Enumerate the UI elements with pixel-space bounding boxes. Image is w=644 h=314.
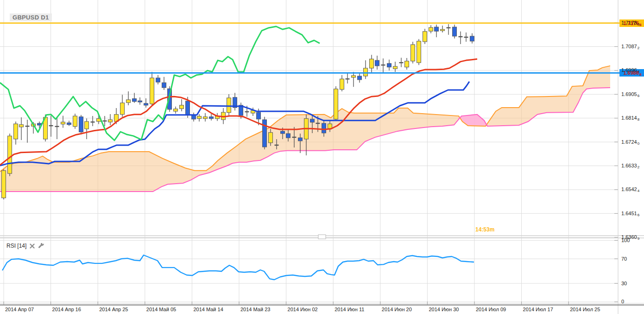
chart-canvas[interactable]	[0, 0, 644, 314]
rsi-tick-label: 100	[621, 237, 630, 244]
date-tick-label: 2014 Июл 09	[476, 307, 506, 312]
price-tick-label: 1.71780	[621, 20, 639, 26]
rsi-tick-label: 0	[621, 299, 624, 305]
date-tick-label: 2014 Июл 17	[523, 307, 553, 312]
date-tick-label: 2014 Апр 25	[99, 307, 128, 312]
wrench-icon[interactable]	[38, 243, 44, 249]
rsi-title: RSI [14]	[6, 243, 26, 249]
rsi-indicator-header: RSI [14]	[6, 243, 44, 249]
date-tick-label: 2014 Май 14	[193, 307, 223, 312]
price-tick-label: 1.68148	[621, 115, 639, 122]
rsi-tick-label: 30	[621, 281, 627, 287]
date-tick-label: 2014 Май 23	[240, 307, 270, 312]
date-tick-label: 2014 Апр 16	[52, 307, 81, 312]
price-tick-label: 1.65424	[621, 186, 639, 193]
chikou-span-line	[0, 26, 320, 141]
date-tick-label: 2014 Июн 20	[382, 307, 412, 312]
price-tick-label: 1.69056	[621, 91, 639, 98]
price-tick-label: 1.69964	[621, 67, 639, 74]
close-icon[interactable]	[30, 244, 35, 249]
date-tick-label: 2014 Июн 02	[288, 307, 318, 312]
symbol-timeframe-label: GBPUSD D1	[10, 13, 52, 21]
price-tick-label: 1.66332	[621, 163, 639, 169]
price-tick-label: 1.70872	[621, 44, 639, 50]
price-tick-label: 1.64516	[621, 211, 639, 217]
pane-splitter-handle[interactable]	[318, 235, 326, 239]
date-tick-label: 2014 Май 05	[146, 307, 176, 312]
bar-countdown-label: 14:53m	[475, 226, 494, 233]
date-tick-label: 2014 Апр 07	[5, 307, 34, 312]
date-tick-label: 2014 Июн 11	[335, 307, 364, 312]
date-tick-label: 2014 Июн 30	[429, 307, 459, 312]
rsi-tick-label: 70	[621, 256, 627, 262]
price-tick-label: 1.67240	[621, 139, 639, 146]
date-tick-label: 2014 Июл 25	[570, 307, 600, 312]
